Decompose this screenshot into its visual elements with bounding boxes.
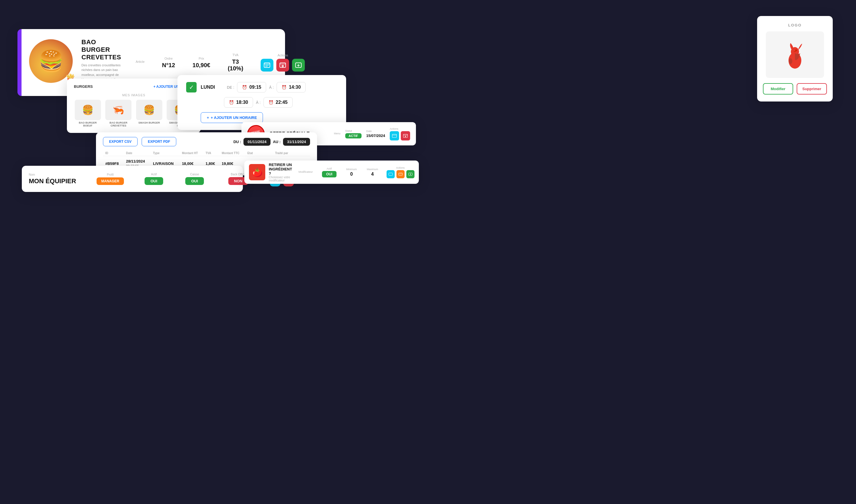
- add-button[interactable]: [292, 59, 305, 72]
- modifier-button[interactable]: Modifier: [763, 83, 793, 94]
- gallery-title: MES IMAGES: [74, 93, 194, 97]
- actions-buttons: [261, 59, 305, 72]
- svg-point-15: [789, 58, 792, 64]
- schedule-card: ✓ LUNDI DE : ⏰ 09:15 À : ⏰ 14:30 ⏰ 18:30…: [177, 75, 346, 130]
- svg-point-14: [795, 50, 797, 51]
- view-ingr-button[interactable]: [387, 170, 395, 178]
- du-label: DU :: [233, 140, 241, 144]
- clock-icon-3: ⏰: [229, 100, 234, 105]
- statut-badge: ACTIF: [345, 133, 361, 139]
- col-montant-ttc: Montant TTC: [219, 150, 245, 156]
- view-button[interactable]: [390, 131, 399, 141]
- ingredient-sub: Choisissez votre modificateur: [269, 176, 292, 182]
- export-csv-button[interactable]: EXPORT CSV: [103, 137, 138, 146]
- actif-col: Actif OUI: [322, 167, 336, 177]
- caisse-badge: OUI: [185, 177, 203, 185]
- time-start-1[interactable]: ⏰ 09:15: [237, 82, 266, 92]
- schedule-row-1: ✓ LUNDI DE : ⏰ 09:15 À : ⏰ 14:30: [186, 82, 337, 92]
- logo-card: LOGO Modifier Supprimer: [757, 16, 833, 102]
- day-label: LUNDI: [201, 85, 224, 90]
- image-thumb-bao-crevettes: 🦐 BAO BURGER CREVETTES: [105, 100, 132, 127]
- article-col: Article: [127, 60, 154, 65]
- image-label-2: BAO BURGER CREVETTES: [105, 121, 131, 127]
- gallery-section-label: BURGERS: [74, 84, 93, 89]
- maximum-value: 4: [367, 172, 378, 177]
- clock-icon-1: ⏰: [242, 85, 247, 90]
- date-header: Date: [366, 130, 372, 132]
- offre-date: 15/07/2024: [366, 133, 385, 138]
- ingredient-name: RETIRER UN INGRÉDIENT ?: [269, 163, 292, 176]
- edit-order-button[interactable]: [261, 59, 273, 72]
- add-ingr-button[interactable]: [406, 170, 414, 178]
- tva-col: TVA T3 (10%): [219, 53, 252, 72]
- ingredient-action-buttons: [387, 170, 414, 178]
- prix-header: Prix: [199, 57, 204, 60]
- backoffice-header: Back Office: [231, 173, 246, 176]
- menu-header: Menu: [334, 132, 341, 135]
- supprimer-button[interactable]: Supprimer: [797, 83, 827, 94]
- header-row: ID Date Type Montant HT TVA Montant TTC …: [103, 150, 310, 156]
- tomato-image: 🍅: [249, 164, 265, 180]
- au-label: AU :: [273, 140, 281, 144]
- add-horaire-label: + AJOUTER UN HORAIRE: [211, 115, 257, 120]
- ingredient-card: 🍅 RETIRER UN INGRÉDIENT ? Choisissez vot…: [244, 161, 419, 184]
- gallery-header: BURGERS + AJOUTER UNE IMAGE: [74, 84, 194, 89]
- offre-statut-col: Statut ACTIF: [345, 129, 361, 139]
- table-header: ID Date Type Montant HT TVA Montant TTC …: [103, 150, 310, 156]
- actions-col: Actions: [387, 166, 414, 178]
- a-label-1: À :: [269, 85, 274, 90]
- col-date: Date: [124, 150, 151, 156]
- minimum-value: 0: [346, 172, 357, 177]
- minimum-header: Minimum: [346, 168, 357, 171]
- image-label-1: BAO BURGER BOEUF: [75, 121, 101, 127]
- plus-icon: +: [207, 115, 209, 120]
- equipier-name: MON ÉQUIPIER: [29, 177, 76, 185]
- edit-ingr-button[interactable]: [396, 170, 405, 178]
- time-end-2[interactable]: ⏰ 22:45: [264, 97, 292, 108]
- time-end-value-1: 14:30: [289, 85, 301, 90]
- time-start-value-1: 09:15: [249, 85, 261, 90]
- add-horaire-button[interactable]: + + AJOUTER UN HORAIRE: [201, 112, 263, 123]
- clock-icon-4: ⏰: [268, 100, 273, 105]
- time-end-value-2: 22:45: [276, 100, 288, 105]
- actif-header: Actif: [327, 167, 332, 170]
- time-start-2[interactable]: ⏰ 18:30: [224, 97, 253, 108]
- equipier-actif-col: Actif OUI: [139, 173, 168, 185]
- profil-badge: MANAGER: [96, 177, 124, 185]
- time-end-1[interactable]: ⏰ 14:30: [277, 82, 306, 92]
- image-grid: 🍔 BAO BURGER BOEUF 🦐 BAO BURGER CREVETTE…: [74, 100, 194, 127]
- time-start-value-2: 18:30: [236, 100, 248, 105]
- svg-rect-30: [398, 173, 402, 175]
- offre-menu-col: Menu: [334, 132, 341, 136]
- logo-box: [766, 31, 824, 78]
- export-row: EXPORT CSV EXPORT PDF DU : 01/11/2024 AU…: [103, 137, 310, 146]
- col-etat: Etat: [245, 150, 272, 156]
- rooster-logo: [783, 40, 806, 69]
- actions-header: Actions: [390, 127, 398, 130]
- modificateur-col: Modificateur: [299, 170, 313, 174]
- svg-rect-29: [389, 173, 392, 175]
- col-traite: Traité par: [273, 150, 310, 156]
- logo-label: LOGO: [788, 23, 802, 27]
- actions-header: Actions: [396, 166, 405, 169]
- image-box-2: 🦐: [105, 100, 131, 120]
- equipier-profil-col: Profil MANAGER: [93, 173, 128, 185]
- delete-button[interactable]: [276, 59, 289, 72]
- date-end[interactable]: 31/11/2024: [283, 138, 310, 146]
- profil-header: Profil: [107, 173, 114, 176]
- logo-action-buttons: Modifier Supprimer: [763, 83, 827, 94]
- date-start[interactable]: 01/11/2024: [244, 138, 270, 146]
- image-thumb-bao-boeuf: 🍔 BAO BURGER BOEUF: [74, 100, 102, 127]
- day-checkbox[interactable]: ✓: [186, 82, 197, 92]
- image-thumb-smash: 🍔 SMASH BURGER: [135, 100, 163, 127]
- actions-header: Actions: [278, 54, 288, 57]
- clock-icon-2: ⏰: [282, 85, 286, 90]
- export-pdf-button[interactable]: EXPORT PDF: [142, 137, 176, 146]
- minimum-col: Minimum 0: [346, 168, 357, 177]
- delete-offre-button[interactable]: [401, 131, 410, 141]
- ordre-value: N°12: [162, 62, 175, 69]
- actif-badge: OUI: [145, 177, 163, 185]
- offre-actions-col: Actions: [390, 127, 410, 141]
- modificateur-header: Modificateur: [299, 170, 313, 173]
- maximum-col: Maximum 4: [367, 168, 378, 177]
